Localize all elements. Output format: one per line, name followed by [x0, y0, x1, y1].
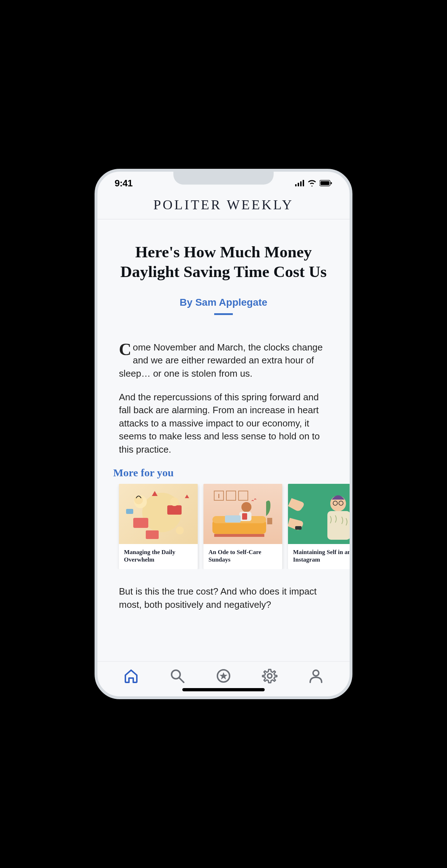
phone-frame: 9:41 POLITER WEEKLY Here's How Much Mone… — [95, 169, 352, 699]
article-paragraph-2: And the repercussions of this spring for… — [119, 391, 328, 456]
article-title: Here's How Much Money Daylight Saving Ti… — [97, 242, 350, 282]
svg-rect-3 — [303, 180, 304, 186]
cellular-icon — [295, 178, 304, 189]
card-title: Managing the Daily Overwhelm — [119, 544, 198, 569]
card-title: An Ode to Self-Care Sundays — [203, 544, 282, 569]
svg-rect-18 — [239, 491, 248, 500]
svg-rect-26 — [214, 534, 264, 537]
card-illustration — [119, 484, 198, 544]
svg-rect-9 — [133, 518, 148, 528]
svg-line-33 — [179, 678, 184, 682]
svg-point-32 — [172, 670, 180, 679]
card-illustration — [288, 484, 350, 544]
svg-rect-31 — [295, 526, 302, 530]
recommendation-card[interactable]: Maintaining Self in an Instagram — [288, 484, 350, 569]
tab-home[interactable] — [121, 667, 141, 686]
svg-rect-13 — [146, 530, 159, 539]
svg-rect-0 — [295, 184, 297, 186]
more-for-you-section: More for you — [97, 467, 350, 569]
battery-icon — [319, 178, 332, 189]
svg-rect-6 — [331, 182, 332, 184]
article-byline[interactable]: By Sam Applegate — [97, 297, 350, 308]
recommendation-cards-row[interactable]: Managing the Daily Overwhelm — [97, 484, 350, 569]
wifi-icon — [307, 178, 317, 189]
status-time: 9:41 — [115, 178, 133, 189]
article-paragraph-1: Come November and March, the clocks chan… — [119, 341, 328, 380]
tab-profile[interactable] — [306, 667, 326, 686]
recommendation-card[interactable]: An Ode to Self-Care Sundays — [203, 484, 282, 569]
svg-point-21 — [241, 502, 251, 512]
home-icon — [123, 668, 139, 685]
svg-rect-23 — [225, 515, 241, 523]
svg-rect-1 — [298, 183, 299, 186]
article-body: Come November and March, the clocks chan… — [97, 315, 350, 456]
device-notch — [173, 172, 274, 185]
svg-rect-10 — [167, 505, 182, 515]
svg-point-12 — [170, 497, 179, 506]
card-title: Maintaining Self in an Instagram — [288, 544, 350, 569]
recommendation-card[interactable]: Managing the Daily Overwhelm — [119, 484, 198, 569]
tab-search[interactable] — [168, 667, 187, 686]
svg-rect-25 — [267, 518, 272, 524]
svg-point-11 — [134, 496, 143, 504]
svg-rect-5 — [321, 181, 330, 185]
article-scroll-area[interactable]: Here's How Much Money Daylight Saving Ti… — [97, 219, 350, 661]
person-icon — [308, 668, 324, 685]
article-paragraph-3: But is this the true cost? And who does … — [97, 569, 350, 618]
star-circle-icon — [216, 668, 231, 685]
svg-point-14 — [176, 526, 184, 534]
brand-header: POLITER WEEKLY — [97, 195, 350, 219]
svg-point-36 — [313, 670, 319, 676]
more-for-you-heading: More for you — [97, 467, 350, 484]
svg-point-35 — [268, 674, 272, 678]
search-icon — [169, 668, 185, 685]
status-indicators — [295, 178, 332, 189]
gear-icon — [262, 668, 278, 685]
svg-rect-24 — [242, 513, 247, 520]
svg-rect-17 — [226, 491, 236, 500]
card-illustration — [203, 484, 282, 544]
home-indicator[interactable] — [182, 688, 265, 691]
svg-rect-15 — [126, 509, 133, 514]
svg-rect-2 — [300, 181, 302, 186]
tab-favorites[interactable] — [214, 667, 233, 686]
tab-settings[interactable] — [260, 667, 279, 686]
